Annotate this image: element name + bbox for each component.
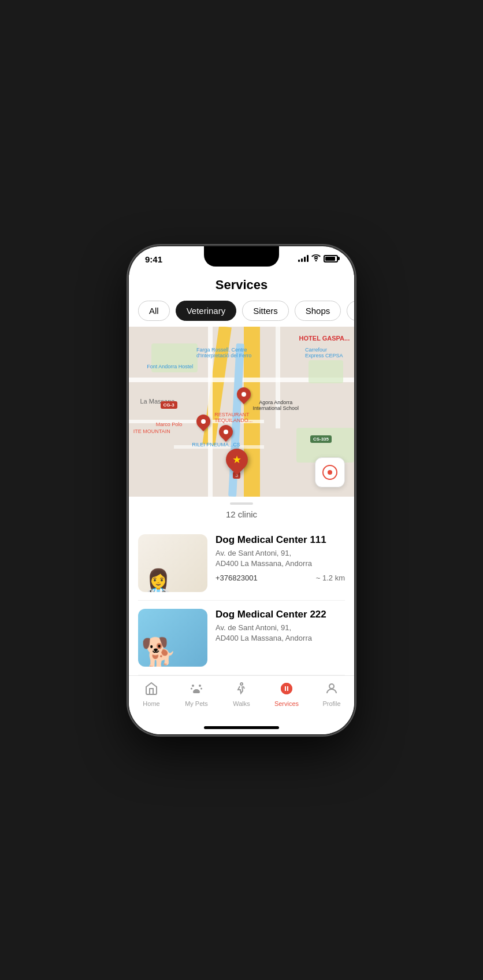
location-button[interactable] — [315, 457, 345, 487]
svg-point-2 — [191, 687, 192, 689]
map-label-mountain: ITE MOUNTAIN — [133, 428, 170, 434]
wifi-icon — [311, 254, 321, 263]
page-title-bar: Services — [129, 275, 354, 297]
clinic-distance-1: ~ 1.2 km — [316, 574, 345, 582]
clinic-phone-1: +376823001 — [216, 574, 258, 582]
filter-all[interactable]: All — [138, 301, 170, 321]
filter-veterinary[interactable]: Veterinary — [176, 301, 237, 321]
clinic-count: 12 clinic — [129, 507, 354, 526]
services-icon — [280, 682, 293, 698]
tab-home-label: Home — [143, 700, 159, 707]
signal-bars — [298, 255, 309, 262]
bottom-sheet: 12 clinic Dog Medical Center 111 Av. de … — [129, 497, 354, 675]
map-label-agora: Agora AndorraInternational School — [253, 400, 299, 411]
status-time: 9:41 — [145, 254, 162, 264]
page-title: Services — [216, 278, 268, 292]
filter-tabs: All Veterinary Sitters Shops Salons — [129, 297, 354, 327]
clinic-image-2 — [138, 609, 207, 667]
filter-salons[interactable]: Salons — [347, 301, 354, 321]
map-label-marco: Marco Polo — [156, 421, 183, 427]
clinic-info-1: Dog Medical Center 111 Av. de Sant Anton… — [216, 534, 345, 592]
tab-bar: Home My Pets Walks Service — [129, 675, 354, 722]
clinic-name-1: Dog Medical Center 111 — [216, 534, 345, 546]
clinic-name-2: Dog Medical Center 222 — [216, 609, 345, 620]
svg-point-3 — [200, 687, 202, 689]
tab-profile-label: Profile — [322, 700, 340, 707]
clinic-address-2: Av. de Sant Antoni, 91,AD400 La Massana,… — [216, 623, 345, 644]
svg-point-4 — [240, 683, 243, 685]
tab-pets-label: My Pets — [185, 700, 208, 707]
tab-my-pets[interactable]: My Pets — [174, 682, 219, 707]
tab-profile[interactable]: Profile — [309, 682, 354, 707]
clinic-list: Dog Medical Center 111 Av. de Sant Anton… — [129, 526, 354, 675]
tab-services[interactable]: Services — [264, 682, 309, 707]
map-label-carrefour: CarrefourExpress CEPSA — [305, 347, 343, 358]
map-pin-selected[interactable]: ★ 3 — [226, 449, 248, 479]
home-icon — [144, 682, 158, 698]
status-icons — [298, 254, 338, 263]
filter-sitters[interactable]: Sitters — [242, 301, 289, 321]
map-label-font: Font Andorra Hostel — [147, 364, 193, 369]
svg-point-1 — [199, 685, 201, 687]
map-background: La Massana RESTAURANTTEQUILANDO... ITE M… — [129, 327, 354, 497]
map-pin-1[interactable] — [237, 387, 251, 401]
map-pin-2[interactable] — [196, 415, 210, 428]
clinic-card-2[interactable]: Dog Medical Center 222 Av. de Sant Anton… — [138, 601, 345, 675]
map-container[interactable]: La Massana RESTAURANTTEQUILANDO... ITE M… — [129, 327, 354, 497]
sheet-handle — [129, 497, 354, 507]
clinic-address-1: Av. de Sant Antoni, 91,AD400 La Massana,… — [216, 548, 345, 569]
clinic-card-1[interactable]: Dog Medical Center 111 Av. de Sant Anton… — [138, 526, 345, 601]
map-label-restaurant: RESTAURANTTEQUILANDO... — [214, 412, 252, 423]
clinic-meta-1: +376823001 ~ 1.2 km — [216, 574, 345, 582]
walk-icon — [235, 682, 248, 698]
tab-home[interactable]: Home — [129, 682, 174, 707]
clinic-image-1 — [138, 534, 207, 592]
tab-walks-label: Walks — [233, 700, 250, 707]
svg-point-5 — [329, 684, 334, 689]
map-label-hotel: HOTEL GASPA... — [299, 335, 350, 342]
paw-icon — [190, 682, 203, 698]
tab-services-label: Services — [274, 700, 299, 707]
clinic-info-2: Dog Medical Center 222 Av. de Sant Anton… — [216, 609, 345, 667]
tab-walks[interactable]: Walks — [219, 682, 264, 707]
map-label-farga: Farga Rossell. Centred'Interpretació del… — [196, 347, 251, 358]
battery-icon — [324, 255, 338, 262]
map-pin-3[interactable] — [219, 425, 233, 439]
svg-point-0 — [192, 685, 194, 687]
filter-shops[interactable]: Shops — [295, 301, 341, 321]
map-badge-cg3: CG-3 — [161, 401, 177, 409]
map-label-rilei: RILEI PNEUMA...CS — [192, 442, 240, 448]
profile-icon — [325, 682, 339, 698]
map-badge-cs335: CS-335 — [310, 435, 332, 443]
home-indicator — [129, 722, 354, 734]
